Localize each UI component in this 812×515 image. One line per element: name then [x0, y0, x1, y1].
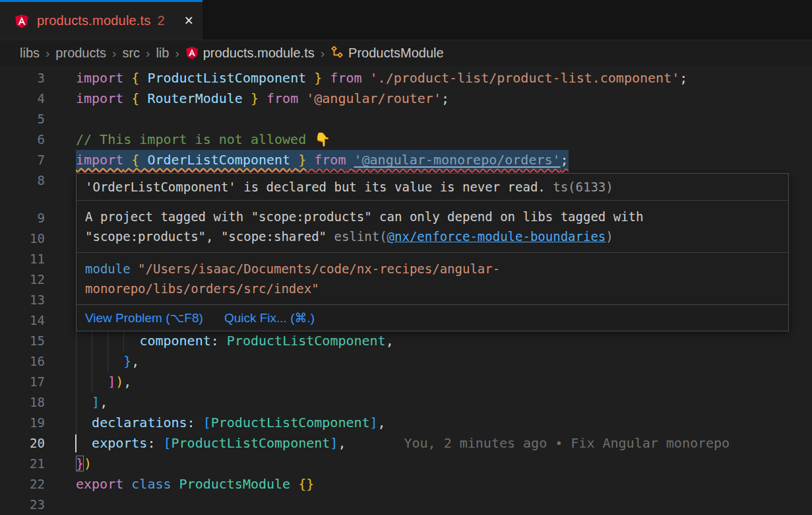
module-keyword: module [85, 261, 138, 276]
code-line-18[interactable]: 18], [0, 392, 812, 413]
line-number[interactable]: 17 [0, 372, 45, 392]
code-line-16[interactable]: 16}, [0, 351, 812, 372]
code-line-content[interactable]: }) [76, 454, 92, 474]
breadcrumb-item-libs[interactable]: libs [20, 46, 40, 61]
code-line-content[interactable]: // This import is not allowed 👇 [76, 129, 330, 150]
code-line-content[interactable]: import { RouterModule } from '@angular/r… [76, 88, 449, 109]
tab-bar: products.module.ts 2 × [0, 0, 812, 40]
code-line-7[interactable]: 7import { OrderListComponent } from '@an… [0, 150, 812, 170]
indent-guide [92, 331, 108, 351]
syntax-token [172, 476, 179, 492]
eslint-source-prefix: eslint( [334, 229, 387, 244]
line-number[interactable]: 15 [0, 331, 45, 351]
text-cursor [75, 434, 77, 452]
line-number[interactable]: 22 [0, 474, 45, 495]
line-number[interactable]: 18 [0, 392, 45, 413]
angular-icon [185, 46, 199, 59]
code-line-23[interactable]: 23 [0, 495, 812, 515]
line-number[interactable]: 12 [0, 269, 45, 290]
hover-action-bar: View Problem (⌥F8) Quick Fix... (⌘.) [77, 304, 788, 331]
line-number[interactable]: 3 [0, 68, 45, 88]
line-number[interactable]: 7 [0, 150, 45, 170]
line-number[interactable]: 11 [0, 249, 45, 269]
line-number[interactable]: 16 [0, 351, 45, 372]
syntax-token: component [139, 333, 210, 349]
code-line-content[interactable]: declarations: [ProductListComponent], [76, 413, 386, 433]
code-line-21[interactable]: 21}) [0, 454, 812, 474]
code-line-content[interactable]: import { ProductListComponent } from './… [76, 68, 687, 88]
breadcrumb-item-src[interactable]: src [122, 46, 140, 61]
syntax-token [139, 70, 147, 86]
code-line-content[interactable]: ], [76, 392, 108, 413]
line-number[interactable]: 23 [0, 495, 45, 515]
code-line-content[interactable]: import { OrderListComponent } from '@ang… [76, 150, 569, 170]
line-number[interactable]: 19 [0, 413, 45, 433]
line-number[interactable]: 14 [0, 310, 45, 331]
syntax-token: from [314, 152, 346, 168]
code-line-6[interactable]: 6// This import is not allowed 👇 [0, 129, 812, 150]
syntax-token: class [131, 476, 171, 492]
line-number[interactable]: 20 [0, 433, 45, 454]
syntax-token: } [123, 353, 131, 369]
syntax-token: } [251, 90, 259, 106]
line-number[interactable]: 9 [0, 208, 45, 228]
code-line-15[interactable]: 15component: ProductListComponent, [0, 331, 812, 351]
indent-guide [76, 372, 92, 392]
eslint-source-suffix: ) [606, 229, 613, 244]
module-path-line2: monorepo/libs/orders/src/index" [85, 281, 319, 296]
breadcrumb-symbol-label: ProductsModule [348, 46, 444, 60]
code-line-4[interactable]: 4import { RouterModule } from '@angular/… [0, 88, 812, 109]
syntax-token [322, 70, 330, 86]
eslint-rule-link[interactable]: @nx/enforce-module-boundaries [387, 229, 606, 244]
syntax-token: exports [92, 435, 147, 451]
syntax-token: } [76, 456, 84, 471]
code-line-3[interactable]: 3import { ProductListComponent } from '.… [0, 68, 812, 88]
syntax-token: ) [115, 374, 123, 390]
code-line-content[interactable]: exports: [ProductListComponent],You, 2 m… [76, 433, 730, 454]
line-number[interactable]: 10 [0, 228, 45, 249]
syntax-token: 👇 [314, 131, 330, 147]
breadcrumb-item-file[interactable]: products.module.ts [185, 46, 315, 61]
syntax-token [298, 90, 306, 106]
eslint-message-line2: "scope:products", "scope:shared" [85, 229, 334, 244]
syntax-token: ] [108, 374, 115, 390]
line-number[interactable]: 6 [0, 129, 45, 150]
code-line-5[interactable]: 5 [0, 109, 812, 129]
chevron-right-icon: › [175, 46, 179, 61]
tab-products-module[interactable]: products.module.ts 2 × [0, 0, 203, 40]
breadcrumb-item-symbol[interactable]: ProductsModule [330, 46, 444, 61]
eslint-message-line1: A project tagged with "scope:products" c… [85, 209, 643, 224]
code-line-17[interactable]: 17]), [0, 372, 812, 392]
indent-guide [108, 351, 123, 372]
syntax-token: { [131, 70, 139, 86]
code-line-content[interactable]: }, [76, 351, 139, 372]
line-number[interactable]: 13 [0, 290, 45, 310]
breadcrumb-item-products[interactable]: products [55, 46, 106, 61]
syntax-token: : [147, 435, 163, 451]
syntax-token [123, 90, 131, 106]
syntax-token: ProductListComponent [172, 435, 330, 451]
breadcrumb: libs › products › src › lib › products.m… [0, 40, 812, 66]
quick-fix-action[interactable]: Quick Fix... (⌘.) [224, 310, 315, 326]
code-editor[interactable]: 3import { ProductListComponent } from '.… [0, 66, 812, 515]
line-number[interactable]: 21 [0, 454, 45, 474]
close-icon[interactable]: × [185, 13, 193, 28]
syntax-token [362, 70, 370, 86]
code-line-19[interactable]: 19declarations: [ProductListComponent], [0, 413, 812, 433]
syntax-token [123, 476, 131, 492]
syntax-token: from [266, 90, 298, 106]
code-line-20[interactable]: 20exports: [ProductListComponent],You, 2… [0, 433, 812, 454]
breadcrumb-item-lib[interactable]: lib [156, 46, 169, 61]
code-line-content[interactable]: export class ProductsModule {} [76, 474, 314, 495]
syntax-token: import [76, 70, 123, 86]
view-problem-action[interactable]: View Problem (⌥F8) [85, 310, 203, 326]
line-number[interactable]: 5 [0, 109, 45, 129]
syntax-token: // This import is not allowed [76, 131, 314, 147]
tab-title: products.module.ts [37, 13, 151, 28]
code-line-content[interactable]: component: ProductListComponent, [76, 331, 394, 351]
line-number[interactable]: 4 [0, 88, 45, 109]
line-number[interactable]: 8 [0, 170, 45, 191]
code-line-content[interactable]: ]), [76, 372, 131, 392]
vscode-editor-window: products.module.ts 2 × libs › products ›… [0, 0, 812, 515]
code-line-22[interactable]: 22export class ProductsModule {} [0, 474, 812, 495]
